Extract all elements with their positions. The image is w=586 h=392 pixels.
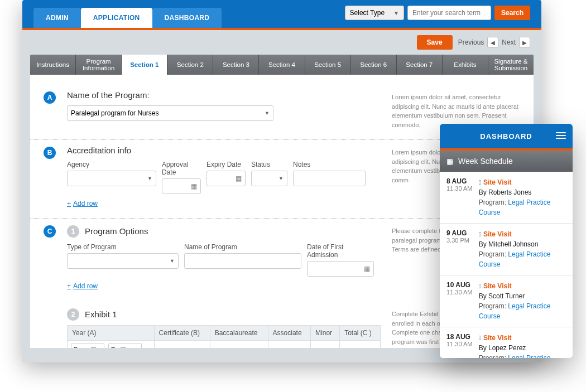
search-input[interactable] (407, 6, 491, 20)
section-b-title: Accreditation info (67, 146, 381, 155)
item-time: 3.30 PM (446, 237, 469, 244)
calendar-icon: ▦ (364, 265, 370, 273)
tab-application[interactable]: APPLICATION (81, 8, 152, 28)
cell-total[interactable] (340, 341, 381, 349)
calendar-icon: ▦ (90, 346, 97, 348)
year-from-input[interactable]: From▦ (71, 343, 104, 348)
chevron-down-icon: ▼ (278, 176, 284, 181)
name-of-program-label: Name of Program (184, 243, 301, 251)
subtab-section-2[interactable]: Section 2 (167, 55, 213, 75)
subsection-badge-1: 1 (67, 225, 79, 238)
mobile-subheader-title: Week Schedule (458, 157, 513, 166)
item-time: 11.30 AM (446, 289, 472, 296)
item-title: Site Visit (483, 230, 511, 238)
mobile-subheader: ▦ Week Schedule (440, 151, 573, 172)
chevron-down-icon: ▼ (265, 110, 270, 116)
expiry-date-input[interactable]: ▦ (206, 171, 246, 186)
save-button[interactable]: Save (417, 35, 453, 50)
subtab-signature[interactable]: Signature & Submission (488, 55, 534, 75)
name-of-program-input[interactable] (184, 253, 301, 269)
calendar-icon: ▦ (120, 346, 126, 348)
select-type-label: Select Type (350, 9, 385, 17)
list-item[interactable]: 8 AUG11.30 AM 𖠋Site Visit By Roberts Jon… (440, 172, 573, 224)
item-date: 18 AUG (446, 333, 473, 341)
date-first-admission-input[interactable]: ▦ (307, 261, 374, 277)
item-title: Site Visit (483, 334, 511, 342)
agency-label: Agency (67, 161, 156, 168)
subtab-section-6[interactable]: Section 6 (351, 55, 397, 75)
notes-input[interactable] (293, 171, 366, 186)
person-icon: 𖠋 (479, 177, 481, 187)
previous-label: Previous (458, 38, 484, 46)
list-item[interactable]: 10 AUG11.30 AM 𖠋Site Visit By Scott Turn… (440, 275, 573, 327)
approval-date-label: Approval Date (162, 161, 201, 176)
program-name-select[interactable]: Paralegal program for Nurses ▼ (67, 105, 273, 121)
chevron-down-icon: ▼ (393, 10, 399, 16)
type-of-program-label: Type of Program (67, 243, 179, 251)
chevron-down-icon: ▼ (147, 176, 152, 181)
notes-label: Notes (293, 161, 366, 168)
calendar-icon: ▦ (236, 175, 242, 182)
col-certificate: Certificate (B) (154, 326, 210, 341)
item-by: Scott Turner (488, 292, 525, 300)
subtab-section-1[interactable]: Section 1 (122, 55, 167, 75)
year-to-input[interactable]: To▦ (108, 343, 142, 348)
item-time: 11.30 AM (446, 185, 472, 192)
top-bar: ADMIN APPLICATION DASHBOARD Select Type … (22, 0, 541, 28)
approval-date-input[interactable]: ▦ (162, 178, 201, 194)
person-icon: 𖠋 (479, 281, 481, 291)
cell-certificate[interactable] (154, 341, 210, 349)
select-type-dropdown[interactable]: Select Type ▼ (345, 6, 404, 20)
mobile-header: DASHBOARD (440, 124, 573, 148)
agency-select[interactable]: ▼ (67, 171, 156, 186)
date-first-admission-label: Date of First Admission (307, 243, 374, 259)
schedule-list: 8 AUG11.30 AM 𖠋Site Visit By Roberts Jon… (440, 172, 573, 358)
search-area: Select Type ▼ Search (345, 6, 530, 20)
subtab-section-5[interactable]: Section 5 (305, 55, 351, 75)
subtab-program-info[interactable]: Program Information (76, 55, 122, 75)
cell-minor[interactable] (311, 341, 340, 349)
mobile-dashboard-panel: DASHBOARD ▦ Week Schedule 8 AUG11.30 AM … (440, 124, 573, 358)
section-c1-title: Program Options (85, 226, 148, 236)
next-button[interactable]: ▶ (519, 37, 530, 48)
subtab-instructions[interactable]: Instructions (30, 55, 76, 75)
action-toolbar: Save Previous ◀ Next ▶ (22, 30, 541, 55)
mobile-header-title: DASHBOARD (480, 132, 532, 141)
item-date: 9 AUG (446, 229, 473, 237)
exhibit-table: Year (A) Certificate (B) Baccalaureate A… (67, 325, 381, 348)
section-c2-title: Exhibit 1 (85, 309, 117, 319)
cell-associate[interactable] (268, 341, 311, 349)
add-row-button[interactable]: +Add row (67, 282, 98, 290)
col-total: Total (C ) (340, 326, 381, 341)
col-associate: Associate (268, 326, 311, 341)
top-nav-tabs: ADMIN APPLICATION DASHBOARD (33, 8, 222, 28)
section-badge-a: A (44, 91, 56, 104)
subtab-exhibits[interactable]: Exhibits (443, 55, 488, 75)
cell-baccalaureate[interactable] (210, 341, 268, 349)
previous-button[interactable]: ◀ (487, 37, 498, 48)
chevron-down-icon: ▼ (170, 258, 175, 264)
section-tabs: Instructions Program Information Section… (30, 55, 534, 75)
item-time: 11.30 AM (446, 341, 472, 347)
subtab-section-7[interactable]: Section 7 (397, 55, 443, 75)
calendar-icon: ▦ (191, 182, 197, 190)
col-minor: Minor (311, 326, 340, 341)
section-badge-c: C (44, 225, 56, 238)
search-button[interactable]: Search (494, 6, 530, 20)
next-label: Next (502, 38, 516, 46)
type-of-program-select[interactable]: ▼ (67, 253, 179, 269)
add-row-button[interactable]: +Add row (67, 200, 98, 207)
list-item[interactable]: 9 AUG3.30 PM 𖠋Site Visit By Mitchell Joh… (440, 224, 573, 275)
item-by: Lopez Perez (488, 344, 526, 352)
subtab-section-4[interactable]: Section 4 (259, 55, 305, 75)
list-item[interactable]: 18 AUG11.30 AM 𖠋Site Visit By Lopez Pere… (440, 327, 573, 358)
subtab-section-3[interactable]: Section 3 (213, 55, 259, 75)
section-badge-b: B (44, 147, 56, 159)
tab-admin[interactable]: ADMIN (33, 8, 81, 28)
status-select[interactable]: ▼ (251, 171, 287, 186)
item-by: Mitchell Johnson (488, 240, 538, 248)
item-by: Roberts Jones (488, 188, 531, 196)
item-date: 10 AUG (446, 281, 473, 289)
tab-dashboard[interactable]: DASHBOARD (152, 8, 222, 28)
menu-icon[interactable] (556, 130, 566, 141)
